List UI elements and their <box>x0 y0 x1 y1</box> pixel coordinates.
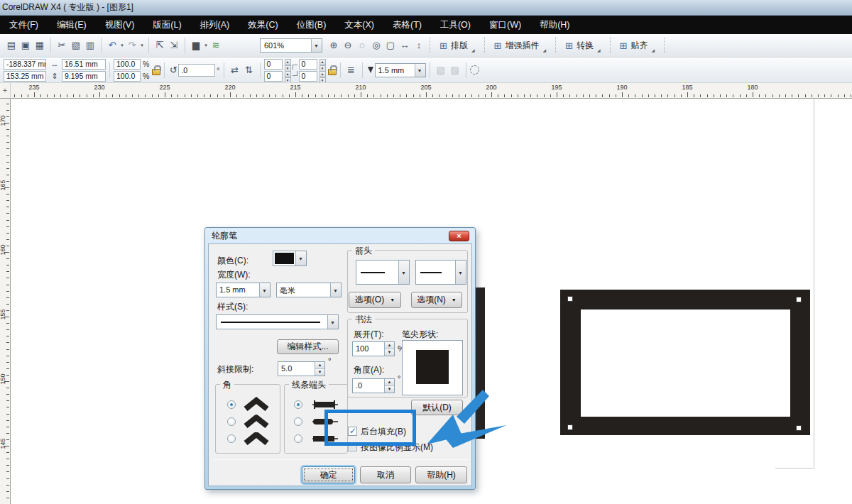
zoom-level-combo[interactable]: 601% <box>260 38 322 53</box>
ruler-origin-icon[interactable]: + <box>0 83 11 99</box>
corner-radius-br-spinner[interactable]: ▲▼ <box>320 71 326 82</box>
corner-miter-radio[interactable] <box>227 400 236 409</box>
undo-dropdown-icon[interactable]: ▾ <box>119 43 125 48</box>
copy-fill-properties-icon[interactable]: ▧ <box>434 63 448 77</box>
corner-radius-br-field[interactable]: 0 <box>299 71 317 82</box>
menu-item-2[interactable]: 编辑(E) <box>48 16 96 34</box>
zoom-level-value[interactable]: 601% <box>261 39 311 52</box>
width-unit-value[interactable]: 毫米 <box>277 283 330 297</box>
zoom-page-height-icon[interactable]: ↕ <box>412 38 426 53</box>
color-swatch-black[interactable] <box>275 253 294 264</box>
outline-width-combo[interactable]: 1.5 mm <box>375 63 426 77</box>
help-button[interactable]: 帮助(H) <box>415 466 467 483</box>
unit-dropdown-icon[interactable] <box>330 283 341 297</box>
print-icon[interactable]: ▦ <box>33 38 47 53</box>
outline-width-dropdown-icon[interactable] <box>415 64 425 77</box>
zoom-out-icon[interactable]: ⊖ <box>341 38 355 53</box>
close-icon[interactable]: × <box>449 231 469 241</box>
options-end-button[interactable]: 选项(N)▼ <box>411 292 462 308</box>
miter-limit-spinner[interactable]: 5.0 ▲▼ <box>278 361 325 376</box>
zoom-page-icon[interactable]: ▢ <box>383 38 398 53</box>
scale-y-field[interactable]: 100.0 <box>114 71 141 82</box>
menu-item-9[interactable]: 表格(T) <box>383 16 431 34</box>
ok-button[interactable]: 确定 <box>302 466 355 483</box>
menu-item-5[interactable]: 排列(A) <box>191 16 239 34</box>
corner-radius-bl-spinner[interactable]: ▲▼ <box>285 71 291 82</box>
outline-width-value[interactable]: 1.5 mm <box>376 64 415 77</box>
zoom-selected-icon[interactable]: ◌ <box>355 38 369 53</box>
width-value[interactable]: 1.5 mm <box>217 283 259 297</box>
zoom-all-objects-icon[interactable]: ◎ <box>369 38 383 53</box>
stretch-spin-buttons[interactable]: ▲▼ <box>384 342 394 356</box>
rotation-angle-field[interactable]: .0 <box>178 64 215 77</box>
dialog-title[interactable]: 轮廓笔 <box>205 228 475 243</box>
zoom-in-icon[interactable]: ⊕ <box>327 38 341 53</box>
object-position-x-field[interactable]: -188.337 mm <box>4 59 46 70</box>
style-dropdown-icon[interactable] <box>327 315 338 329</box>
corner-radius-bl-field[interactable]: 0 <box>264 71 283 82</box>
corner-bevel-radio[interactable] <box>227 434 236 443</box>
start-arrow-dropdown-icon[interactable] <box>398 261 409 284</box>
toolbar-button-3[interactable]: ⊞转换◢ <box>559 37 606 54</box>
zoom-level-dropdown-icon[interactable] <box>311 39 322 52</box>
toolbar-button-2[interactable]: ⊞增强插件◢ <box>488 37 552 54</box>
options-start-button[interactable]: 选项(O)▼ <box>349 292 401 308</box>
end-arrow-dropdown-icon[interactable] <box>455 261 466 284</box>
angle-value[interactable]: .0 <box>353 379 384 393</box>
cap-round-radio[interactable] <box>294 417 302 426</box>
width-unit-combo[interactable]: 毫米 <box>276 283 342 297</box>
application-launcher-icon[interactable]: ▆ <box>189 38 203 53</box>
cap-square-radio[interactable] <box>294 434 302 443</box>
line-style-combo[interactable] <box>216 314 339 329</box>
mirror-horizontal-icon[interactable]: ⇄ <box>228 63 242 77</box>
cap-butt-radio[interactable] <box>294 400 302 409</box>
object-height-field[interactable]: 9.195 mm <box>62 71 106 82</box>
corner-round-radio[interactable] <box>227 417 236 426</box>
redo-dropdown-icon[interactable]: ▾ <box>139 43 145 48</box>
horizontal-ruler[interactable]: 235230225220215210205200195190185180 <box>11 83 852 99</box>
corner-radius-tl-spinner[interactable]: ▲▼ <box>285 59 291 70</box>
menu-item-7[interactable]: 位图(B) <box>288 16 336 34</box>
object-node-handle[interactable] <box>567 296 573 302</box>
selected-rectangle-object[interactable] <box>560 290 810 435</box>
corner-radius-tr-field[interactable]: 0 <box>299 59 317 70</box>
stretch-spinner[interactable]: 100 ▲▼ <box>352 341 395 356</box>
miter-limit-value[interactable]: 5.0 <box>278 362 315 376</box>
text-wrap-icon[interactable]: ≣ <box>344 63 359 77</box>
copy-outline-properties-icon[interactable]: ▨ <box>448 63 462 77</box>
lock-corners-icon[interactable] <box>328 69 337 75</box>
object-node-handle[interactable] <box>567 424 573 430</box>
object-node-handle[interactable] <box>796 425 802 431</box>
import-icon[interactable]: ⇱ <box>153 38 167 53</box>
rotation-center-icon[interactable] <box>470 65 479 75</box>
menu-item-3[interactable]: 视图(V) <box>96 16 144 34</box>
application-launcher-dropdown-icon[interactable]: ▾ <box>203 43 209 48</box>
width-dropdown-icon[interactable] <box>259 283 270 297</box>
menu-item-4[interactable]: 版面(L) <box>143 16 190 34</box>
stretch-value[interactable]: 100 <box>353 342 384 356</box>
menu-item-8[interactable]: 文本(X) <box>335 16 383 34</box>
undo-icon[interactable]: ↶ <box>105 38 119 53</box>
outline-color-combo[interactable] <box>273 251 307 266</box>
menu-item-10[interactable]: 工具(O) <box>431 16 480 34</box>
cut-icon[interactable]: ✂ <box>55 38 69 53</box>
color-dropdown-icon[interactable] <box>295 251 306 265</box>
corner-radius-tl-field[interactable]: 0 <box>264 59 283 70</box>
object-node-handle[interactable] <box>796 297 802 302</box>
cancel-button[interactable]: 取消 <box>360 466 411 483</box>
angle-spin-buttons[interactable]: ▲▼ <box>384 379 394 393</box>
design-aids-icon[interactable]: ≋ <box>209 38 223 53</box>
open-icon[interactable]: ▤ <box>4 38 18 53</box>
export-icon[interactable]: ⇲ <box>167 38 181 53</box>
scale-x-field[interactable]: 100.0 <box>114 59 141 70</box>
end-arrow-combo[interactable] <box>415 260 466 285</box>
copy-icon[interactable]: ▧ <box>69 38 83 53</box>
toolbar-button-4[interactable]: ⊞贴齐◢ <box>614 37 661 54</box>
menu-item-1[interactable]: 文件(F) <box>0 16 48 34</box>
object-position-y-field[interactable]: 153.25 mm <box>4 71 46 82</box>
width-combo[interactable]: 1.5 mm <box>216 283 271 297</box>
save-icon[interactable]: ▣ <box>18 38 33 53</box>
zoom-page-width-icon[interactable]: ↔ <box>398 38 412 53</box>
angle-spinner[interactable]: .0 ▲▼ <box>352 378 395 393</box>
menu-item-6[interactable]: 效果(C) <box>239 16 287 34</box>
